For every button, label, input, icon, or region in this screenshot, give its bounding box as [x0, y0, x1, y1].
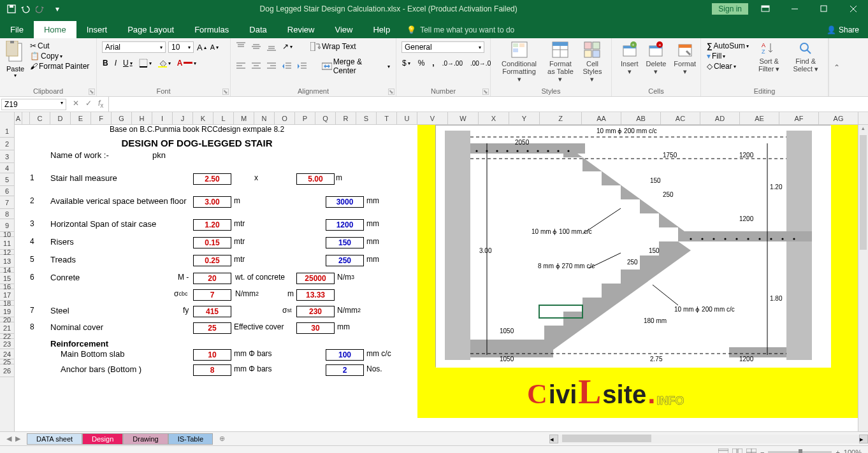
row-header[interactable]: 18	[0, 301, 14, 306]
zoom-in-icon[interactable]: +	[835, 449, 839, 454]
decrease-decimal-icon[interactable]: .00→.0	[470, 59, 491, 68]
input-box[interactable]: 25000	[296, 273, 335, 284]
tab-scroll-left-icon[interactable]: ◀	[6, 435, 11, 443]
row-header[interactable]: 3	[0, 150, 14, 163]
minimize-icon[interactable]	[780, 0, 809, 18]
col-header[interactable]: AB	[621, 112, 661, 125]
sign-in-button[interactable]: Sign in	[712, 3, 748, 15]
row-header[interactable]: 26	[0, 364, 14, 377]
format-painter-button[interactable]: 🖌Format Painter	[29, 61, 90, 71]
row-header[interactable]: 14	[0, 268, 14, 273]
enter-formula-icon[interactable]: ✓	[85, 99, 92, 109]
underline-button[interactable]: U▾	[122, 58, 133, 68]
new-sheet-icon[interactable]: ⊕	[213, 435, 231, 443]
tab-insert[interactable]: Insert	[76, 21, 118, 38]
col-header[interactable]: G	[112, 112, 132, 125]
col-header[interactable]: A	[15, 112, 22, 125]
view-page-break-icon[interactable]	[746, 449, 756, 454]
tab-file[interactable]: File	[0, 21, 34, 38]
input-box[interactable]: 150	[326, 237, 364, 248]
col-header[interactable]: V	[417, 112, 448, 125]
col-header[interactable]: C	[30, 112, 50, 125]
vertical-scrollbar[interactable]: ▴	[858, 125, 868, 431]
sheet-tab-drawing[interactable]: Drawing	[123, 433, 168, 445]
col-header[interactable]: Q	[315, 112, 336, 125]
align-right-icon[interactable]	[266, 61, 277, 71]
font-launcher[interactable]: ⬊	[222, 89, 229, 95]
font-color-button[interactable]: A▾	[177, 58, 198, 68]
percent-format-icon[interactable]: %	[417, 58, 426, 68]
fx-icon[interactable]: fx	[98, 99, 103, 109]
share-button[interactable]: 👤 Share	[818, 22, 868, 38]
save-icon[interactable]	[4, 1, 19, 17]
row-header[interactable]: 1	[0, 125, 14, 138]
row-header[interactable]: 11	[0, 237, 14, 250]
font-family-select[interactable]: Arial▾	[102, 41, 166, 53]
find-select-button[interactable]: Find & Select ▾	[788, 41, 823, 73]
formula-input[interactable]	[108, 97, 868, 111]
input-box[interactable]: 1200	[326, 219, 364, 231]
input-box[interactable]: 8	[193, 364, 231, 376]
row-header[interactable]: 8	[0, 209, 14, 219]
cut-button[interactable]: ✂Cut	[29, 41, 90, 51]
col-header[interactable]	[22, 112, 30, 125]
col-header[interactable]: T	[377, 112, 397, 125]
tab-scroll-right-icon[interactable]: ▶	[15, 435, 20, 443]
cancel-formula-icon[interactable]: ✕	[73, 99, 79, 109]
align-center-icon[interactable]	[251, 61, 261, 71]
col-header[interactable]: N	[254, 112, 275, 125]
orientation-icon[interactable]: ↗▾	[282, 41, 293, 52]
decrease-indent-icon[interactable]	[282, 61, 292, 71]
bold-button[interactable]: B	[102, 58, 109, 68]
input-box[interactable]: 13.33	[296, 289, 335, 301]
sort-filter-button[interactable]: AZSort & Filter ▾	[753, 41, 785, 73]
col-header[interactable]: J	[173, 112, 193, 125]
col-header[interactable]: D	[50, 112, 71, 125]
ribbon-display-icon[interactable]	[751, 0, 780, 18]
input-box[interactable]: 100	[326, 349, 364, 361]
format-as-table-button[interactable]: Format as Table ▾	[542, 41, 579, 83]
col-header[interactable]: AF	[779, 112, 819, 125]
row-header[interactable]: 7	[0, 196, 14, 209]
input-box[interactable]: 7	[193, 289, 231, 301]
col-header[interactable]: U	[397, 112, 417, 125]
col-header[interactable]: AD	[700, 112, 740, 125]
tell-me[interactable]: 💡 Tell me what you want to do	[400, 22, 521, 38]
col-header[interactable]: O	[275, 112, 295, 125]
format-cells-button[interactable]: Format▾	[670, 41, 700, 76]
view-page-layout-icon[interactable]	[732, 449, 742, 454]
input-box[interactable]: 415	[193, 306, 231, 317]
row-header[interactable]: 6	[0, 186, 14, 196]
increase-font-icon[interactable]: A▴	[196, 42, 207, 53]
row-header[interactable]: 23	[0, 339, 14, 349]
alignment-launcher[interactable]: ⬊	[388, 89, 394, 95]
zoom-level[interactable]: 100%	[844, 449, 862, 454]
col-header[interactable]: W	[448, 112, 479, 125]
clear-button[interactable]: ◇ Clear ▾	[706, 61, 749, 71]
col-header[interactable]: Y	[509, 112, 540, 125]
sheet[interactable]: Base on B.C.Punmia book RCCdesign exmpal…	[15, 125, 868, 431]
row-header[interactable]: 20	[0, 317, 14, 322]
accounting-format-icon[interactable]: $▾	[401, 58, 411, 68]
row-header[interactable]: 13	[0, 255, 14, 268]
input-box[interactable]: 5.00	[296, 173, 335, 185]
col-header[interactable]: R	[336, 112, 356, 125]
row-header[interactable]: 4	[0, 163, 14, 173]
col-header[interactable]: AG	[819, 112, 858, 125]
tab-view[interactable]: View	[324, 21, 363, 38]
tab-formulas[interactable]: Formulas	[184, 21, 239, 38]
input-box[interactable]: 20	[193, 273, 231, 284]
col-header[interactable]: K	[193, 112, 213, 125]
increase-decimal-icon[interactable]: .0→.00	[442, 59, 463, 68]
col-header[interactable]: L	[213, 112, 234, 125]
zoom-out-icon[interactable]: −	[760, 449, 764, 454]
comma-format-icon[interactable]: ,	[431, 58, 435, 68]
col-header[interactable]: AA	[582, 112, 621, 125]
input-box[interactable]: 230	[296, 306, 335, 317]
col-header[interactable]: F	[91, 112, 112, 125]
input-box[interactable]: 2	[326, 364, 364, 376]
autosum-button[interactable]: ∑ AutoSum ▾	[706, 41, 749, 51]
row-header[interactable]: 5	[0, 173, 14, 186]
input-box[interactable]: 0.25	[193, 255, 231, 266]
tab-home[interactable]: Home	[34, 21, 76, 38]
